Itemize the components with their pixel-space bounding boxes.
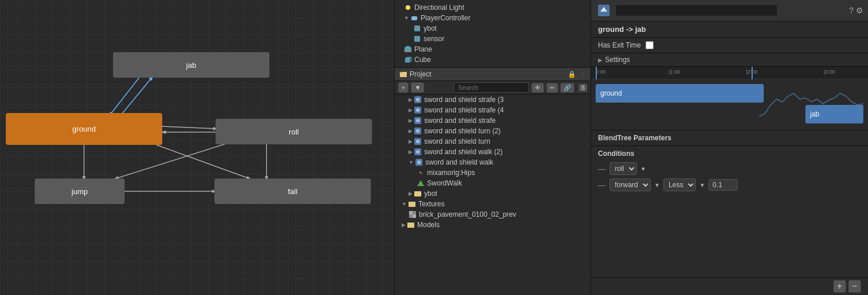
timeline-tracks: ground jab bbox=[591, 79, 868, 130]
more-icon[interactable]: ⋮ bbox=[579, 71, 586, 78]
list-item[interactable]: ▼ sword and shield walk bbox=[395, 157, 590, 167]
lock-icon[interactable]: 🔒 bbox=[568, 71, 576, 78]
add-file-dropdown-btn[interactable]: ▼ bbox=[411, 82, 424, 93]
transition-title-label: ground -> jab bbox=[598, 25, 646, 34]
svg-rect-41 bbox=[409, 202, 415, 207]
project-panel: Directional Light ▼ PlayerController ybo… bbox=[394, 0, 591, 295]
list-item[interactable]: ▼ Textures bbox=[395, 199, 590, 209]
project-header: Project 🔒 ⋮ bbox=[395, 68, 590, 81]
plane-icon bbox=[404, 45, 412, 53]
hier-player-controller[interactable]: ▼ PlayerController bbox=[399, 13, 586, 23]
help-btn[interactable]: ? bbox=[849, 6, 854, 15]
condition-op-select-2[interactable]: Less bbox=[663, 179, 696, 191]
list-item[interactable]: mixamorig:Hips bbox=[395, 167, 590, 178]
mesh-icon-ybot bbox=[413, 24, 421, 32]
hier-sensor[interactable]: sensor bbox=[399, 34, 586, 44]
folder-icon-models bbox=[407, 221, 415, 229]
expand-arrow: ▶ bbox=[409, 118, 413, 123]
conditions-section: Conditions — roll ▼ — forward ▼ Less ▼ bbox=[591, 146, 868, 277]
condition-param-select-2[interactable]: forward bbox=[610, 179, 651, 191]
animator-panel: jab ground roll jump fall bbox=[0, 0, 394, 295]
list-item[interactable]: ▶ sword and shield strafe (3 bbox=[395, 94, 590, 105]
svg-point-23 bbox=[416, 98, 420, 101]
expand-arrow: ▼ bbox=[404, 15, 409, 21]
svg-marker-39 bbox=[417, 180, 424, 186]
timeline-playhead[interactable] bbox=[752, 67, 753, 79]
list-item[interactable]: ▶ sword and shield strafe (4 bbox=[395, 105, 590, 115]
hier-sensor-label: sensor bbox=[424, 35, 444, 43]
list-item[interactable]: ▶ sword and shield turn (2) bbox=[395, 126, 590, 136]
svg-rect-40 bbox=[414, 191, 421, 196]
project-panel-title: Project bbox=[410, 70, 431, 78]
icon-btn-3[interactable]: 🔗 bbox=[560, 83, 574, 93]
ruler-mark-3: |3:00 bbox=[824, 69, 836, 75]
project-toolbar-row: + ▼ 👁 ✏ 🔗 8 bbox=[395, 81, 590, 94]
cube-icon-hier bbox=[404, 56, 412, 64]
settings-row[interactable]: ▶ Settings bbox=[591, 53, 868, 67]
expand-arrow: ▶ bbox=[402, 222, 406, 228]
condition-op-chevron-2: ▼ bbox=[699, 182, 705, 188]
file-item-label: sword and shield turn (2) bbox=[424, 127, 501, 135]
svg-marker-16 bbox=[404, 46, 411, 48]
file-item-label: sword and shield walk (2) bbox=[424, 148, 502, 156]
hier-cube[interactable]: Cube bbox=[399, 54, 586, 65]
has-exit-time-checkbox[interactable] bbox=[645, 41, 654, 49]
add-condition-btn[interactable]: + bbox=[833, 280, 846, 293]
node-roll[interactable]: roll bbox=[216, 119, 372, 144]
remove-condition-btn[interactable]: − bbox=[848, 280, 861, 293]
condition-row: — roll ▼ bbox=[598, 162, 861, 175]
settings-btn[interactable]: ⚙ bbox=[856, 6, 863, 15]
file-item-label: mixamorig:Hips bbox=[427, 169, 475, 177]
project-search-input[interactable] bbox=[454, 82, 529, 93]
list-item[interactable]: ▶ sword and shield strafe bbox=[395, 115, 590, 126]
svg-line-3 bbox=[122, 78, 152, 114]
has-exit-time-label: Has Exit Time bbox=[598, 41, 641, 49]
list-item[interactable]: brick_pavement_0100_02_prev bbox=[395, 209, 590, 220]
track-jab: jab bbox=[805, 105, 863, 123]
expand-arrow: ▶ bbox=[409, 128, 413, 134]
hier-cube-label: Cube bbox=[414, 56, 431, 64]
svg-rect-45 bbox=[407, 223, 414, 228]
inspector-toolbar: ? ⚙ bbox=[591, 0, 868, 21]
svg-point-27 bbox=[416, 119, 420, 122]
node-ground[interactable]: ground bbox=[6, 113, 162, 145]
inspector-search-input[interactable] bbox=[615, 5, 778, 16]
controller-icon bbox=[410, 14, 418, 22]
file-item-label: sword and shield walk bbox=[425, 158, 493, 166]
icon-btn-2[interactable]: ✏ bbox=[546, 83, 558, 93]
expand-arrow: ▶ bbox=[409, 149, 413, 155]
icon-btn-1[interactable]: 👁 bbox=[531, 83, 544, 93]
hier-directional-light[interactable]: Directional Light bbox=[399, 2, 586, 13]
blendtree-label: BlendTree Parameters bbox=[598, 134, 672, 142]
list-item[interactable]: ▶ sword and shield turn bbox=[395, 136, 590, 147]
file-item-label: ybot bbox=[424, 190, 437, 198]
file-item-label: sword and shield turn bbox=[424, 137, 490, 145]
list-item[interactable]: ▶ sword and shield walk (2) bbox=[395, 147, 590, 157]
hier-plane[interactable]: Plane bbox=[399, 44, 586, 54]
node-jab[interactable]: jab bbox=[113, 52, 269, 78]
anim-file-icon bbox=[415, 158, 423, 166]
project-badge: 8 bbox=[579, 84, 587, 92]
svg-rect-15 bbox=[404, 48, 411, 52]
node-roll-label: roll bbox=[289, 128, 298, 136]
condition-param-select-1[interactable]: roll bbox=[610, 162, 637, 175]
hier-ybot[interactable]: ybot bbox=[399, 23, 586, 34]
add-file-btn[interactable]: + bbox=[398, 82, 409, 93]
node-jump[interactable]: jump bbox=[35, 179, 125, 204]
node-fall[interactable]: fall bbox=[214, 179, 371, 204]
expand-arrow: ▶ bbox=[409, 191, 413, 196]
inspector-toolbar-right: ? ⚙ bbox=[849, 6, 863, 15]
transition-arrows bbox=[0, 0, 394, 295]
svg-rect-43 bbox=[409, 211, 413, 214]
list-item[interactable]: SwordWalk bbox=[395, 178, 590, 188]
list-item[interactable]: ▶ Models bbox=[395, 220, 590, 230]
texture-icon bbox=[409, 210, 417, 218]
transition-title: ground -> jab bbox=[591, 21, 868, 38]
project-toolbar: 🔒 ⋮ bbox=[568, 71, 586, 78]
inspector-toolbar-left bbox=[596, 2, 778, 19]
condition-value-input-2[interactable] bbox=[709, 179, 738, 191]
anim-file-icon bbox=[414, 96, 422, 104]
expand-arrow: ▼ bbox=[402, 201, 407, 207]
file-item-label: sword and shield strafe (4 bbox=[424, 106, 504, 114]
list-item[interactable]: ▶ ybot bbox=[395, 188, 590, 199]
